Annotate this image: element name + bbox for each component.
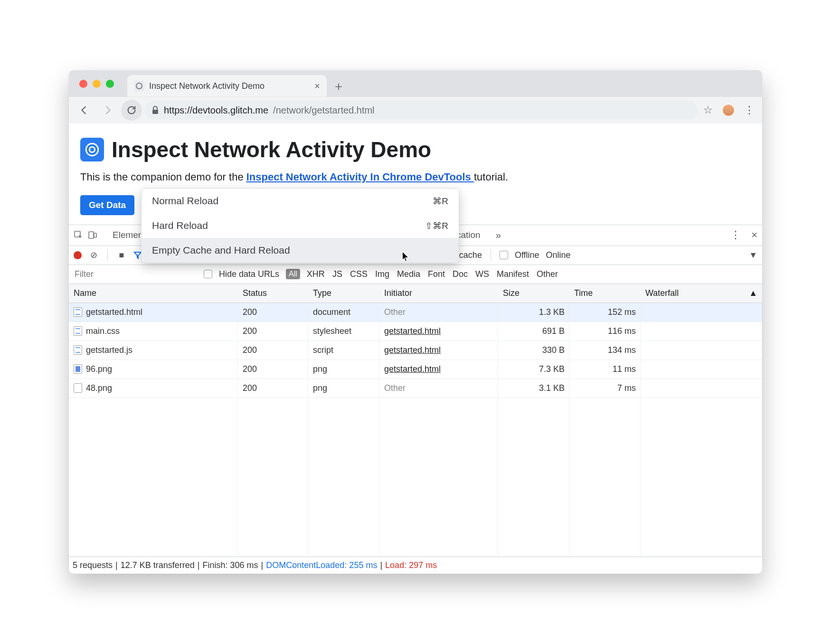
profile-avatar[interactable] [721,103,736,117]
cell-type: document [308,307,379,317]
hide-data-urls-label: Hide data URLs [219,269,279,279]
device-toolbar-icon[interactable] [88,230,97,240]
svg-rect-6 [94,233,96,237]
cell-size: 3.1 KB [498,383,569,393]
page-paragraph: This is the companion demo for the Inspe… [80,170,751,185]
clear-icon[interactable]: ⊘ [88,250,99,260]
devtools-close-icon[interactable]: × [751,229,757,241]
tab-strip: Inspect Network Activity Demo × ＋ [69,70,762,97]
status-transferred: 12.7 KB transferred [121,560,195,570]
back-button[interactable] [74,100,94,121]
network-settings-icon[interactable]: ▼ [749,250,757,260]
network-table: Name Status Type Initiator Size Time Wat… [69,284,762,557]
col-name[interactable]: Name [69,288,238,298]
menu-item-label: Hard Reload [152,220,208,231]
table-row[interactable]: getstarted.js200scriptgetstarted.html330… [69,341,762,360]
table-row[interactable]: getstarted.html200documentOther1.3 KB152… [69,303,762,322]
inspect-element-icon[interactable] [74,230,83,240]
table-row[interactable]: 48.png200pngOther3.1 KB7 ms [69,379,762,398]
menu-hard-reload[interactable]: Hard Reload ⇧⌘R [142,213,459,238]
file-icon [74,383,82,393]
camera-icon[interactable]: ■ [116,250,127,260]
col-type[interactable]: Type [308,288,379,298]
cell-status: 200 [238,345,308,355]
cell-size: 691 B [498,326,569,336]
forward-button[interactable] [97,100,118,121]
para-post: tutorial. [474,171,508,183]
file-icon [74,345,82,355]
filter-all[interactable]: All [286,269,300,279]
menu-normal-reload[interactable]: Normal Reload ⌘R [142,189,459,213]
reload-button[interactable] [121,100,142,121]
record-button[interactable] [74,251,82,259]
filter-input[interactable] [74,267,197,281]
hide-data-urls-checkbox[interactable] [204,270,212,278]
browser-toolbar: https://devtools.glitch.me/network/getst… [69,97,762,123]
url-path: /network/getstarted.html [273,105,374,116]
lock-icon [151,106,159,114]
offline-label: Offline [515,250,539,260]
close-window-button[interactable] [79,80,87,88]
col-size[interactable]: Size [498,288,569,298]
cell-type: stylesheet [308,326,379,336]
filter-media[interactable]: Media [397,269,420,279]
new-tab-button[interactable]: ＋ [330,77,348,95]
file-name: 96.png [86,364,112,374]
devtools-panel: Elements Console Sources Network Perform… [69,225,762,574]
filter-xhr[interactable]: XHR [307,269,325,279]
filter-img[interactable]: Img [375,269,389,279]
fullscreen-window-button[interactable] [106,80,114,88]
get-data-button[interactable]: Get Data [80,195,134,215]
col-time[interactable]: Time [569,288,641,298]
page-heading: Inspect Network Activity Demo [80,137,751,162]
bookmark-icon[interactable]: ☆ [703,104,713,116]
svg-point-3 [89,147,94,152]
col-status[interactable]: Status [238,288,308,298]
minimize-window-button[interactable] [93,80,101,88]
filter-doc[interactable]: Doc [453,269,468,279]
close-tab-icon[interactable]: × [314,81,320,92]
menu-shortcut: ⇧⌘R [425,220,448,231]
filter-font[interactable]: Font [428,269,445,279]
cell-time: 7 ms [569,383,641,393]
cell-initiator: getstarted.html [379,326,498,336]
status-finish: Finish: 306 ms [203,560,258,570]
cell-type: png [308,364,379,374]
menu-empty-cache-hard-reload[interactable]: Empty Cache and Hard Reload [142,238,459,263]
address-bar[interactable]: https://devtools.glitch.me/network/getst… [145,101,698,120]
filter-css[interactable]: CSS [350,269,368,279]
file-name: getstarted.js [86,345,132,355]
filter-ws[interactable]: WS [475,269,489,279]
cell-status: 200 [238,383,308,393]
cell-time: 152 ms [569,307,641,317]
svg-rect-5 [89,232,94,238]
offline-checkbox[interactable] [500,251,508,259]
col-initiator[interactable]: Initiator [379,288,498,298]
cell-status: 200 [238,364,308,374]
file-name: main.css [86,326,120,336]
filter-manifest[interactable]: Manifest [497,269,529,279]
status-requests: 5 requests [73,560,113,570]
cell-status: 200 [238,326,308,336]
browser-tab[interactable]: Inspect Network Activity Demo × [127,75,327,97]
file-name: 48.png [86,383,112,393]
filter-bar: Hide data URLs All XHR JS CSS Img Media … [69,265,762,284]
url-host: https://devtools.glitch.me [164,105,268,116]
filter-js[interactable]: JS [332,269,342,279]
svg-point-2 [86,143,98,156]
cell-initiator: Other [379,383,498,393]
menu-icon[interactable]: ⋮ [741,104,757,116]
tab-title: Inspect Network Activity Demo [149,81,264,91]
cell-type: png [308,383,379,393]
more-tabs-icon[interactable]: » [496,230,501,241]
svg-rect-1 [152,110,158,114]
cell-size: 330 B [498,345,569,355]
tutorial-link[interactable]: Inspect Network Activity In Chrome DevTo… [246,171,474,183]
throttling-select[interactable]: Online [546,250,571,260]
cell-initiator: getstarted.html [379,345,498,355]
devtools-menu-icon[interactable]: ⋮ [730,229,741,241]
col-waterfall[interactable]: Waterfall▲ [641,288,762,298]
filter-other[interactable]: Other [537,269,558,279]
table-row[interactable]: main.css200stylesheetgetstarted.html691 … [69,322,762,341]
table-row[interactable]: 96.png200pnggetstarted.html7.3 KB11 ms [69,360,762,379]
